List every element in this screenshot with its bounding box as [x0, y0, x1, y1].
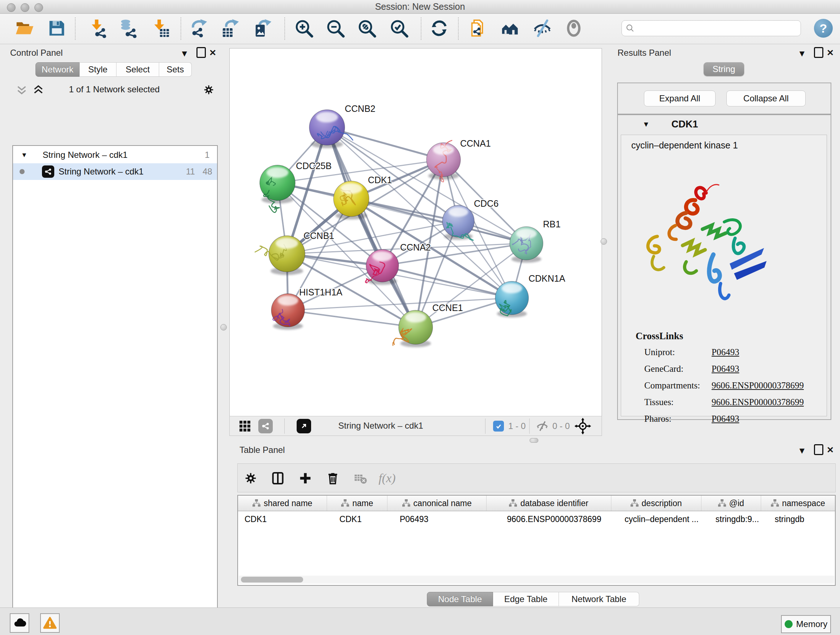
crosslink-compartments-link[interactable]: 9606.ENSP00000378699	[712, 380, 804, 391]
table-panel-close-icon[interactable]: ✕	[827, 445, 834, 455]
node-gloss	[405, 312, 426, 323]
table-horizontal-scrollbar[interactable]	[239, 576, 834, 584]
column-header-canonical-name[interactable]: canonical name	[387, 496, 486, 511]
gene-section-expander-icon[interactable]: ▼	[643, 120, 650, 128]
import-table-file-button[interactable]	[151, 18, 171, 38]
tab-network[interactable]: Network	[35, 62, 80, 77]
network-row-selected[interactable]: String Network – cdk1 11 48	[13, 163, 217, 180]
delete-table-icon	[353, 471, 368, 486]
table-panel-float-icon[interactable]	[814, 444, 823, 457]
crosslink-pharos-link[interactable]: P06493	[712, 414, 739, 424]
tab-node-table[interactable]: Node Table	[427, 592, 493, 606]
control-panel-collapse-icon[interactable]: ▼	[180, 49, 189, 59]
cell-description[interactable]: cyclin–dependent ...	[611, 511, 701, 527]
import-network-database-button[interactable]	[118, 18, 138, 38]
open-in-browser-button[interactable]	[297, 419, 311, 433]
selected-node-edge-count: 1 - 0	[508, 421, 526, 431]
network-edge-CCNB2-CCNE1[interactable]	[327, 127, 416, 327]
zoom-selected-button[interactable]	[389, 18, 409, 38]
home-button[interactable]	[501, 18, 520, 38]
network-edge-HIST1H1A-CCNE1[interactable]	[288, 310, 416, 327]
crosslink-uniprot-link[interactable]: P06493	[712, 347, 739, 357]
tree-expander-icon[interactable]: ▼	[21, 151, 27, 159]
export-network-button[interactable]	[189, 18, 209, 38]
results-panel-close-icon[interactable]: ✕	[827, 48, 834, 58]
search-box[interactable]	[622, 20, 801, 36]
network-node-count: 11	[186, 166, 195, 177]
cell-id[interactable]: stringdb:9...	[701, 511, 761, 527]
warnings-button[interactable]	[40, 613, 60, 633]
show-columns-button[interactable]	[269, 470, 286, 487]
crosslink-genecard-link[interactable]: P06493	[712, 364, 739, 374]
tab-string[interactable]: String	[704, 62, 744, 76]
save-session-button[interactable]	[47, 18, 66, 38]
results-panel-float-icon[interactable]	[814, 47, 823, 60]
network-canvas[interactable]: CCNB2CCNA1CDC25BCDK1CDC6RB1CCNB1CCNA2CDK…	[229, 48, 602, 416]
expand-all-button[interactable]: Expand All	[644, 90, 715, 106]
show-hide-graphics-button[interactable]	[532, 18, 552, 38]
column-header-name[interactable]: name	[327, 496, 387, 511]
tab-select[interactable]: Select	[117, 62, 159, 77]
cell-namespace[interactable]: stringdb	[761, 511, 835, 527]
help-button[interactable]: ?	[814, 19, 833, 38]
share-icon	[261, 421, 270, 431]
column-header-database-identifier[interactable]: database identifier	[486, 496, 611, 511]
birdseye-nav-button[interactable]	[574, 417, 592, 436]
import-network-file-button[interactable]	[88, 18, 108, 38]
selected-checkbox-icon[interactable]	[493, 421, 504, 432]
crosslink-tissues-link[interactable]: 9606.ENSP00000378699	[712, 397, 804, 407]
table-settings-button[interactable]	[242, 470, 259, 487]
cell-name[interactable]: CDK1	[327, 511, 387, 527]
function-builder-button[interactable]: f(x)	[378, 470, 396, 487]
zoom-out-button[interactable]	[325, 18, 345, 38]
zoom-in-button[interactable]	[294, 18, 314, 38]
node-gloss	[276, 238, 298, 249]
tab-network-table[interactable]: Network Table	[559, 592, 639, 606]
column-header-namespace[interactable]: namespace	[761, 496, 835, 511]
import-string-network-button[interactable]	[469, 18, 488, 38]
network-options-gear-icon[interactable]	[202, 83, 215, 96]
table-panel-collapse-icon[interactable]: ▼	[798, 446, 806, 456]
network-node-label-CDC25B: CDC25B	[296, 161, 332, 171]
cell-shared-name[interactable]: CDK1	[238, 511, 327, 527]
network-collection-row[interactable]: ▼ String Network – cdk1 1	[13, 147, 217, 163]
refresh-view-button[interactable]	[429, 18, 449, 38]
tab-edge-table[interactable]: Edge Table	[493, 592, 559, 606]
delete-column-button[interactable]	[324, 470, 341, 487]
open-session-button[interactable]	[15, 18, 34, 38]
cloud-status-button[interactable]	[10, 613, 29, 633]
add-column-button[interactable]	[297, 470, 314, 487]
column-header-shared-name[interactable]: shared name	[238, 496, 327, 511]
export-table-button[interactable]	[221, 18, 240, 38]
bottom-splitter-handle[interactable]	[530, 438, 538, 443]
grid-layout-button[interactable]	[238, 419, 252, 433]
memory-button[interactable]: Memory	[781, 615, 831, 633]
tab-sets[interactable]: Sets	[159, 62, 192, 77]
results-panel-collapse-icon[interactable]: ▼	[798, 49, 806, 59]
search-input[interactable]	[637, 23, 801, 33]
gene-description: cyclin–dependent kinase 1	[631, 140, 738, 150]
delete-table-button[interactable]	[352, 470, 369, 487]
tab-style[interactable]: Style	[80, 62, 117, 77]
column-header-id[interactable]: @id	[701, 496, 761, 511]
control-panel-close-icon[interactable]: ✕	[209, 48, 216, 58]
cell-canonical-name[interactable]: P06493	[387, 511, 486, 527]
right-splitter-handle[interactable]	[600, 238, 607, 245]
table-panel-header: Table Panel ▼ ✕	[235, 445, 836, 456]
collapse-all-button[interactable]: Collapse All	[726, 90, 806, 106]
export-image-button[interactable]	[253, 18, 272, 38]
column-header-description[interactable]: description	[611, 496, 701, 511]
window-titlebar[interactable]: Session: New Session	[0, 0, 840, 14]
scrollbar-thumb[interactable]	[241, 577, 303, 583]
zoom-fit-button[interactable]	[357, 18, 377, 38]
control-panel: Control Panel ▼ ✕ Network Style Select S…	[4, 47, 221, 607]
hidden-items-icon[interactable]	[536, 420, 549, 434]
table-row[interactable]: CDK1 CDK1 P06493 9606.ENSP00000378699 cy…	[238, 511, 835, 527]
left-splitter-handle[interactable]	[220, 324, 227, 331]
control-panel-float-icon[interactable]	[196, 47, 206, 60]
network-graph[interactable]: CCNB2CCNA1CDC25BCDK1CDC6RB1CCNB1CCNA2CDK…	[230, 49, 602, 416]
birdseye-toggle-button[interactable]	[564, 18, 584, 38]
network-share-button[interactable]	[258, 419, 273, 433]
cell-database-identifier[interactable]: 9606.ENSP00000378699	[486, 511, 611, 527]
zoom-in-icon	[294, 19, 314, 38]
